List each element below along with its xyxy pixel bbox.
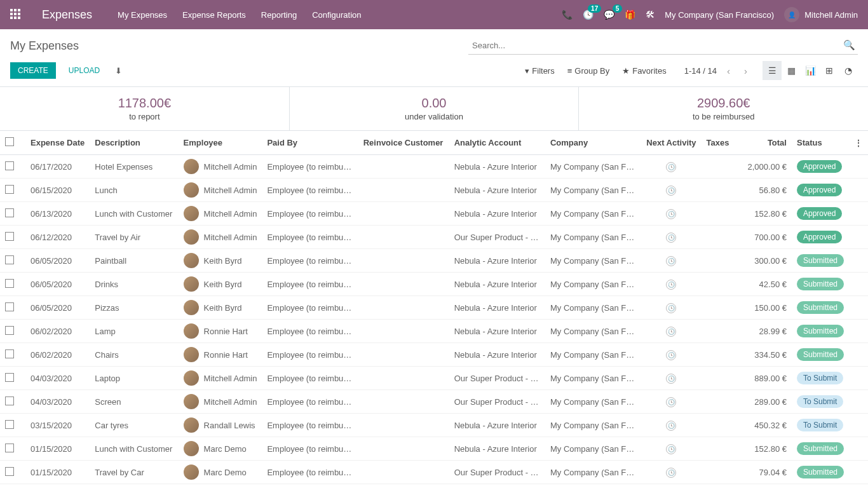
col-status[interactable]: Status — [792, 131, 849, 155]
cell-paid-by: Employee (to reimburse) — [262, 343, 358, 367]
table-row[interactable]: 04/03/2020 Screen Mitchell Admin Employe… — [0, 390, 868, 414]
col-next-activity[interactable]: Next Activity — [641, 131, 701, 155]
activity-clock-icon[interactable]: 🕓 — [666, 186, 676, 196]
cell-reinvoice — [358, 179, 449, 202]
table-row[interactable]: 06/05/2020 Drinks Keith Byrd Employee (t… — [0, 273, 868, 296]
activity-clock-icon[interactable]: 🕓 — [666, 350, 676, 360]
row-checkbox[interactable] — [5, 255, 14, 264]
tools-icon[interactable]: 🛠 — [646, 10, 654, 20]
col-employee[interactable]: Employee — [179, 131, 262, 155]
cell-company: My Company (San Fran... — [545, 437, 641, 461]
activity-clock-icon[interactable]: 🕓 — [666, 256, 676, 266]
table-row[interactable]: 06/13/2020 Lunch with Customer Mitchell … — [0, 202, 868, 226]
summary-value: 1178.00€ — [0, 96, 289, 111]
col-company[interactable]: Company — [545, 131, 641, 155]
activity-clock-icon[interactable]: 🕓 — [666, 444, 676, 454]
activity-clock-icon[interactable]: 🕓 — [666, 327, 676, 337]
pager-next-icon[interactable]: › — [740, 64, 751, 78]
kanban-view-icon[interactable]: ▦ — [782, 61, 801, 80]
upload-button[interactable]: UPLOAD — [61, 62, 107, 79]
cell-date: 01/15/2020 — [25, 437, 90, 461]
col-taxes[interactable]: Taxes — [702, 131, 735, 155]
nav-item[interactable]: Reporting — [261, 10, 297, 20]
table-row[interactable]: 03/15/2020 Car tyres Randall Lewis Emplo… — [0, 414, 868, 437]
row-checkbox[interactable] — [5, 373, 14, 382]
activity-clock-icon[interactable]: 🕓 — [666, 374, 676, 384]
col-paid-by[interactable]: Paid By — [262, 131, 358, 155]
create-button[interactable]: CREATE — [10, 62, 56, 79]
column-options-icon[interactable]: ⋮ — [854, 138, 863, 148]
activity-clock-icon[interactable]: 🕓 — [666, 397, 676, 407]
apps-icon[interactable] — [10, 9, 22, 20]
graph-view-icon[interactable]: 📊 — [801, 61, 820, 80]
table-row[interactable]: 06/12/2020 Travel by Air Mitchell Admin … — [0, 226, 868, 249]
summary-card[interactable]: 1178.00€to report — [0, 87, 290, 130]
cell-date: 01/15/2020 — [25, 461, 90, 484]
table-row[interactable]: 06/05/2020 Pizzas Keith Byrd Employee (t… — [0, 296, 868, 320]
filters-button[interactable]: ▾Filters — [525, 66, 554, 76]
messages-icon[interactable]: 💬5 — [604, 10, 614, 20]
status-badge: Submitted — [797, 278, 844, 290]
row-checkbox[interactable] — [5, 420, 14, 429]
company-selector[interactable]: My Company (San Francisco) — [665, 10, 774, 20]
search-icon[interactable]: 🔍 — [843, 39, 855, 51]
table-row[interactable]: 06/02/2020 Chairs Ronnie Hart Employee (… — [0, 343, 868, 367]
summary-label: to report — [0, 112, 289, 121]
activity-clock-icon[interactable]: 🕓 — [666, 468, 676, 478]
group-by-button[interactable]: ≡Group By — [567, 66, 610, 76]
nav-item[interactable]: My Expenses — [118, 10, 167, 20]
row-checkbox[interactable] — [5, 444, 14, 452]
cell-reinvoice — [358, 296, 449, 320]
row-checkbox[interactable] — [5, 161, 14, 170]
col-analytic[interactable]: Analytic Account — [449, 131, 545, 155]
table-row[interactable]: 01/15/2020 Lunch with Customer Marc Demo… — [0, 437, 868, 461]
activity-clock-icon[interactable]: 🕓 — [666, 209, 676, 219]
activity-clock-icon[interactable]: 🕓 — [666, 421, 676, 431]
row-checkbox[interactable] — [5, 232, 14, 241]
table-row[interactable]: 06/02/2020 Lamp Ronnie Hart Employee (to… — [0, 320, 868, 343]
col-description[interactable]: Description — [90, 131, 178, 155]
nav-item[interactable]: Configuration — [312, 10, 361, 20]
favorites-button[interactable]: ★Favorites — [622, 66, 666, 76]
row-checkbox[interactable] — [5, 467, 14, 476]
table-row[interactable]: 06/17/2020 Hotel Expenses Mitchell Admin… — [0, 155, 868, 179]
cell-employee: Keith Byrd — [204, 280, 242, 289]
select-all-checkbox[interactable] — [5, 137, 14, 146]
row-checkbox[interactable] — [5, 208, 14, 217]
activity-clock-icon[interactable]: 🕓 — [666, 233, 676, 243]
activity-clock-icon[interactable]: 🕓 — [666, 303, 676, 313]
activity-clock-icon[interactable]: 🕓 — [666, 162, 676, 172]
row-checkbox[interactable] — [5, 326, 14, 335]
user-menu[interactable]: 👤 Mitchell Admin — [784, 7, 858, 22]
col-reinvoice[interactable]: Reinvoice Customer — [358, 131, 449, 155]
table-row[interactable]: 06/05/2020 Paintball Keith Byrd Employee… — [0, 249, 868, 273]
activity-view-icon[interactable]: ◔ — [839, 61, 858, 80]
summary-card[interactable]: 2909.60€to be reimbursed — [579, 87, 868, 130]
table-row[interactable]: 06/15/2020 Lunch Mitchell Admin Employee… — [0, 179, 868, 202]
list-view-icon[interactable]: ☰ — [763, 61, 782, 80]
activity-clock-icon[interactable]: 🕓 — [666, 280, 676, 290]
pager-text[interactable]: 1-14 / 14 — [684, 66, 717, 76]
app-brand[interactable]: Expenses — [42, 8, 92, 22]
row-checkbox[interactable] — [5, 279, 14, 288]
search-input[interactable] — [468, 37, 858, 55]
col-total[interactable]: Total — [735, 131, 792, 155]
nav-item[interactable]: Expense Reports — [182, 10, 246, 20]
cell-taxes — [702, 296, 735, 320]
row-checkbox[interactable] — [5, 185, 14, 194]
cell-description: Drinks — [90, 273, 178, 296]
gift-icon[interactable]: 🎁 — [625, 10, 635, 20]
download-icon[interactable]: ⬇ — [115, 66, 122, 76]
phone-icon[interactable]: 📞 — [562, 10, 573, 20]
row-checkbox[interactable] — [5, 349, 14, 358]
row-checkbox[interactable] — [5, 396, 14, 405]
table-row[interactable]: 01/15/2020 Travel by Car Marc Demo Emplo… — [0, 461, 868, 484]
table-row[interactable]: 04/03/2020 Laptop Mitchell Admin Employe… — [0, 367, 868, 390]
pivot-view-icon[interactable]: ⊞ — [820, 61, 839, 80]
cell-reinvoice — [358, 461, 449, 484]
activities-icon[interactable]: 🕓17 — [583, 10, 593, 20]
summary-card[interactable]: 0.00under validation — [290, 87, 580, 130]
row-checkbox[interactable] — [5, 302, 14, 311]
pager-prev-icon[interactable]: ‹ — [723, 64, 734, 78]
col-date[interactable]: Expense Date — [25, 131, 90, 155]
